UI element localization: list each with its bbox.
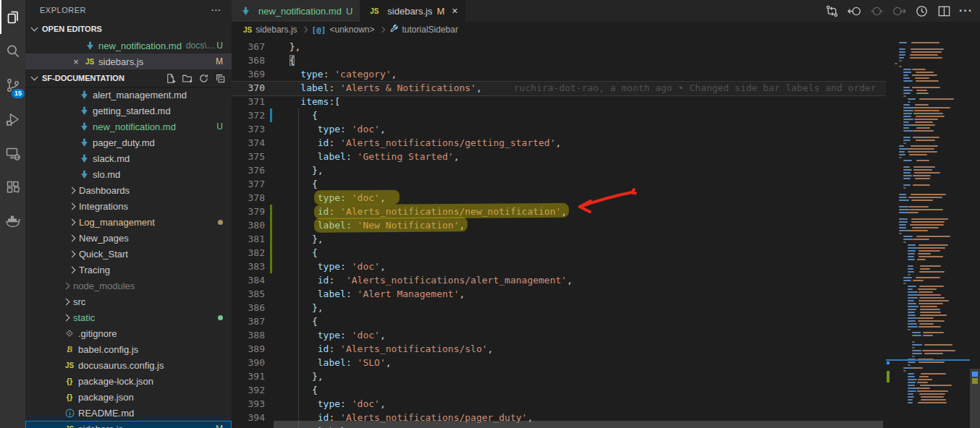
- tree-item-new_notification.md[interactable]: new_notification.mdU: [25, 119, 232, 134]
- close-icon[interactable]: ×: [452, 5, 457, 17]
- tree-item-New_pages[interactable]: New_pages: [25, 230, 232, 246]
- new-folder-icon[interactable]: [182, 73, 193, 84]
- code-line-383[interactable]: 383 type: 'doc',: [232, 260, 886, 273]
- minimap-line: [919, 271, 945, 273]
- code-line-392[interactable]: 392 {: [232, 383, 886, 397]
- compare-icon[interactable]: [824, 4, 840, 19]
- minimap-line: [908, 151, 937, 153]
- minimap-line: [903, 110, 913, 111]
- tab-sidebars.js[interactable]: JSsidebars.jsM×: [360, 0, 465, 22]
- tree-item-getting_started.md[interactable]: getting_started.md: [25, 103, 232, 119]
- tree-item-static[interactable]: static: [25, 309, 232, 325]
- refresh-icon[interactable]: [198, 73, 209, 84]
- tree-item-Integrations[interactable]: Integrations: [25, 198, 232, 214]
- code-line-386[interactable]: 386 },: [232, 301, 886, 314]
- code-line-387[interactable]: 387 {: [232, 314, 886, 328]
- code-line-370[interactable]: 370 label: 'Alerts & Notifications',ruch…: [232, 81, 886, 95]
- workspace-folder-header[interactable]: SF-DOCUMENTATION: [25, 69, 232, 87]
- collapse-all-icon[interactable]: [215, 73, 226, 84]
- code-line-367[interactable]: 367 },: [232, 40, 886, 54]
- breadcrumb-item[interactable]: tutorialSidebar: [389, 24, 458, 35]
- tree-item-slo.md[interactable]: slo.md: [25, 166, 232, 182]
- code-text: {: [278, 54, 295, 67]
- tab-new_notification.md[interactable]: new_notification.mdU: [232, 0, 360, 22]
- minimap-line: [908, 326, 918, 328]
- tree-item-src[interactable]: src: [25, 294, 232, 309]
- code-line-374[interactable]: 374 id: 'Alerts_notifications/getting_st…: [232, 136, 886, 150]
- tree-item-docusaurus.config.js[interactable]: JSdocusaurus.config.js: [25, 357, 232, 373]
- tree-item-README.md[interactable]: README.md: [25, 405, 232, 421]
- tree-item-.gitignore[interactable]: .gitignore: [25, 325, 232, 341]
- more-actions-icon[interactable]: ···: [959, 4, 973, 17]
- tree-item-Tracing[interactable]: Tracing: [25, 262, 232, 278]
- overview-ruler[interactable]: [970, 38, 980, 428]
- activity-source-control-icon[interactable]: 15: [0, 68, 25, 102]
- tree-item-pager_duty.md[interactable]: pager_duty.md: [25, 134, 232, 150]
- tree-item-alert_management.md[interactable]: alert_management.md: [25, 87, 232, 103]
- timeline-icon[interactable]: [914, 4, 929, 19]
- activity-bar: 15: [0, 0, 25, 428]
- code-line-372[interactable]: 372 {: [232, 108, 886, 122]
- code-line-393[interactable]: 393 type: 'doc',: [232, 397, 886, 411]
- tree-item-Quick_Start[interactable]: Quick_Start: [25, 246, 232, 262]
- minimap-line: [919, 376, 929, 377]
- code-line-390[interactable]: 390 label: 'SLO',: [232, 356, 886, 369]
- split-editor-icon[interactable]: [937, 4, 952, 19]
- activity-extensions-icon[interactable]: [0, 170, 25, 204]
- code-editor[interactable]: 367 },368 {369 type: 'category',370 labe…: [232, 38, 980, 428]
- activity-search-icon[interactable]: [0, 34, 25, 68]
- activity-remote-explorer-icon[interactable]: [0, 136, 25, 170]
- code-line-377[interactable]: 377 {: [232, 177, 886, 191]
- code-line-385[interactable]: 385 label: 'Alert Management',: [232, 287, 886, 301]
- gitignore-file-icon: [63, 328, 76, 338]
- minimap-line: [903, 169, 912, 171]
- activity-run-debug-icon[interactable]: [0, 102, 25, 136]
- tree-item-babel.config.js[interactable]: Bbabel.config.js: [25, 341, 232, 357]
- activity-explorer-icon[interactable]: [0, 0, 25, 34]
- line-number: 390: [232, 356, 269, 369]
- code-line-382[interactable]: 382 {: [232, 246, 886, 260]
- minimap-line: [908, 382, 916, 383]
- code-line-391[interactable]: 391 },: [232, 369, 886, 383]
- code-line-381[interactable]: 381 },: [232, 232, 886, 246]
- tree-item-node_modules[interactable]: node_modules: [25, 278, 232, 294]
- navigate-back-icon[interactable]: [847, 4, 862, 19]
- code-line-388[interactable]: 388 type: 'doc',: [232, 328, 886, 342]
- close-icon[interactable]: ×: [69, 56, 83, 67]
- sidebar-more-icon[interactable]: ···: [211, 6, 221, 14]
- code-text: label: 'Alert Management',: [278, 287, 465, 301]
- code-line-384[interactable]: 384 id: 'Alerts_notifications/alert_mana…: [232, 273, 886, 287]
- minimap-line: [918, 288, 937, 290]
- minimap-line: [920, 265, 941, 267]
- code-line-369[interactable]: 369 type: 'category',: [232, 67, 886, 81]
- line-number: 388: [232, 328, 269, 342]
- tree-item-package-lock.json[interactable]: {}package-lock.json: [25, 373, 232, 389]
- code-line-368[interactable]: 368 {: [232, 54, 886, 67]
- minimap[interactable]: [886, 38, 970, 428]
- minimap-line: [899, 197, 907, 198]
- navigate-circle-icon[interactable]: [869, 4, 884, 19]
- code-line-376[interactable]: 376 },: [232, 163, 886, 177]
- minimap-line: [903, 69, 911, 70]
- code-text: type: 'doc',: [278, 122, 386, 136]
- tree-item-slack.md[interactable]: slack.md: [25, 150, 232, 166]
- open-editor-item[interactable]: new_notification.mddocs\Alerts...U: [25, 38, 232, 54]
- tree-item-Dashboards[interactable]: Dashboards: [25, 182, 232, 198]
- new-file-icon[interactable]: [165, 73, 176, 84]
- navigate-forward-icon[interactable]: [892, 4, 907, 19]
- open-editors-header[interactable]: OPEN EDITORS: [25, 20, 232, 38]
- minimap-line: [903, 127, 909, 129]
- tree-item-sidebars.js[interactable]: JSsidebars.jsM: [25, 421, 232, 428]
- tree-item-Log_management[interactable]: Log_management: [25, 214, 232, 230]
- tree-item-package.json[interactable]: {}package.json: [25, 389, 232, 405]
- horizontal-scrollbar[interactable]: [274, 421, 883, 428]
- minimap-line: [912, 69, 926, 70]
- code-line-389[interactable]: 389 id: 'Alerts_notifications/slo',: [232, 342, 886, 356]
- code-line-373[interactable]: 373 type: 'doc',: [232, 122, 886, 136]
- code-line-375[interactable]: 375 label: 'Getting Started',: [232, 150, 886, 163]
- code-line-371[interactable]: 371 items:[: [232, 95, 886, 108]
- activity-docker-icon[interactable]: [0, 204, 25, 238]
- breadcrumb-item[interactable]: JSsidebars.js: [243, 25, 297, 35]
- breadcrumb-item[interactable]: [@]<unknown>: [312, 25, 375, 35]
- open-editor-item[interactable]: ×JSsidebars.jsM: [25, 54, 232, 69]
